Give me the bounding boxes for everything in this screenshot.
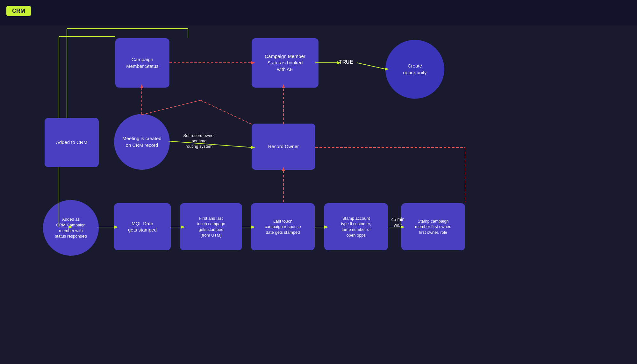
svg-line-33 (201, 100, 252, 124)
connections-svg (0, 0, 637, 364)
node-campaign-member-status: CampaignMember Status (115, 38, 169, 88)
edge-label-set-record-owner: Set record ownerper leadrouting system (174, 133, 225, 149)
node-added-to-crm: Added to CRM (45, 118, 99, 167)
node-added-as-crm: Added asCRM Campaignmember withstatus re… (43, 200, 99, 256)
node-stamp-account: Stamp accounttype if customer,tamp numbe… (324, 203, 388, 250)
canvas: CRM (0, 0, 637, 364)
edge-label-true: TRUE (339, 59, 353, 66)
node-stamp-campaign-member: Stamp campaignmember first owner,first o… (401, 203, 465, 250)
edge-label-45-min-wait: 45 minwait (391, 217, 404, 228)
node-first-last-touch: First and lasttouch campagngets stamped(… (180, 203, 242, 250)
node-last-touch-campaign: Last touchcampaign responsedate gets sta… (251, 203, 315, 250)
node-record-owner: Record Owner (252, 124, 315, 170)
crm-badge: CRM (6, 6, 31, 16)
svg-line-32 (142, 100, 201, 115)
node-campaign-member-status-booked: Campaign MemberStatus is bookedwith AE (252, 38, 318, 88)
top-bar (0, 0, 637, 25)
node-meeting-circle: Meeting is createdon CRM record (114, 114, 170, 170)
node-mql-date: MQL Dategets stamped (114, 203, 171, 250)
svg-line-22 (357, 63, 385, 69)
node-create-opportunity: Createopportunity (385, 40, 444, 99)
